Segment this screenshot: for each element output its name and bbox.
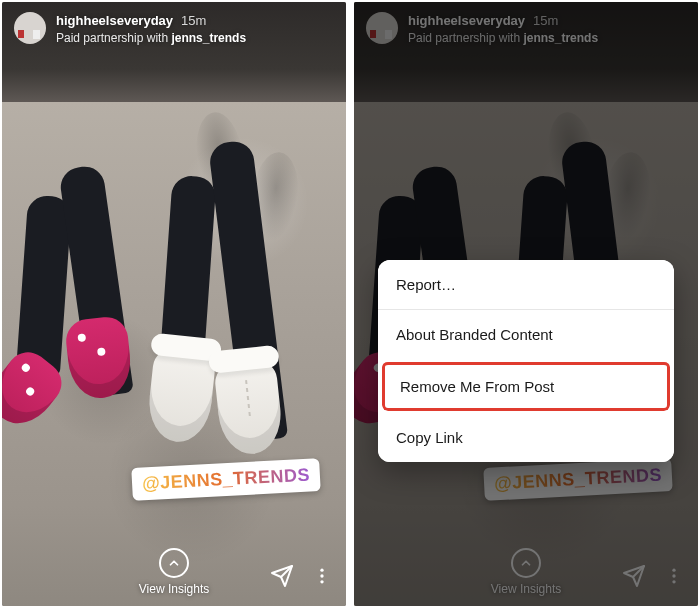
partnership-partner[interactable]: jenns_trends [171, 31, 246, 45]
partnership-partner[interactable]: jenns_trends [523, 31, 598, 45]
story-footer: View Insights [354, 548, 698, 596]
chevron-up-icon [159, 548, 189, 578]
svg-point-1 [320, 574, 323, 577]
svg-point-5 [672, 580, 675, 583]
svg-point-0 [320, 569, 323, 572]
header-text: highheelseveryday 15m Paid partnership w… [56, 12, 246, 46]
view-insights-label: View Insights [491, 582, 561, 596]
share-button[interactable] [270, 564, 294, 588]
story-image [2, 2, 346, 606]
header-text: highheelseveryday 15m Paid partnership w… [408, 12, 598, 46]
more-options-button[interactable] [312, 564, 332, 588]
action-copy-link[interactable]: Copy Link [378, 413, 674, 462]
paper-plane-icon [270, 564, 294, 588]
action-about-branded-content[interactable]: About Branded Content [378, 309, 674, 359]
mention-sticker-label: @JENNS_TRENDS [141, 465, 310, 494]
chevron-up-icon [511, 548, 541, 578]
timestamp: 15m [533, 12, 558, 30]
story-screen-with-menu: highheelseveryday 15m Paid partnership w… [354, 2, 698, 606]
more-options-button[interactable] [664, 564, 684, 588]
story-footer: View Insights [2, 548, 346, 596]
share-button[interactable] [622, 564, 646, 588]
view-insights-label: View Insights [139, 582, 209, 596]
paper-plane-icon [622, 564, 646, 588]
action-remove-me-from-post[interactable]: Remove Me From Post [382, 361, 670, 411]
svg-point-4 [672, 574, 675, 577]
partnership-prefix: Paid partnership with [408, 31, 523, 45]
action-report[interactable]: Report… [378, 260, 674, 309]
story-header: highheelseveryday 15m Paid partnership w… [366, 12, 686, 46]
paid-partnership-label[interactable]: Paid partnership with jenns_trends [56, 30, 246, 46]
partnership-prefix: Paid partnership with [56, 31, 171, 45]
svg-point-2 [320, 580, 323, 583]
username[interactable]: highheelseveryday [56, 12, 173, 30]
view-insights-button[interactable]: View Insights [491, 548, 561, 596]
story-screen-normal: highheelseveryday 15m Paid partnership w… [2, 2, 346, 606]
paid-partnership-label[interactable]: Paid partnership with jenns_trends [408, 30, 598, 46]
more-vertical-icon [664, 564, 684, 588]
avatar[interactable] [14, 12, 46, 44]
more-vertical-icon [312, 564, 332, 588]
action-sheet: Report… About Branded Content Remove Me … [378, 260, 674, 462]
story-header: highheelseveryday 15m Paid partnership w… [14, 12, 334, 46]
username[interactable]: highheelseveryday [408, 12, 525, 30]
mention-sticker-label: @JENNS_TRENDS [493, 465, 662, 494]
avatar[interactable] [366, 12, 398, 44]
view-insights-button[interactable]: View Insights [139, 548, 209, 596]
timestamp: 15m [181, 12, 206, 30]
svg-point-3 [672, 569, 675, 572]
